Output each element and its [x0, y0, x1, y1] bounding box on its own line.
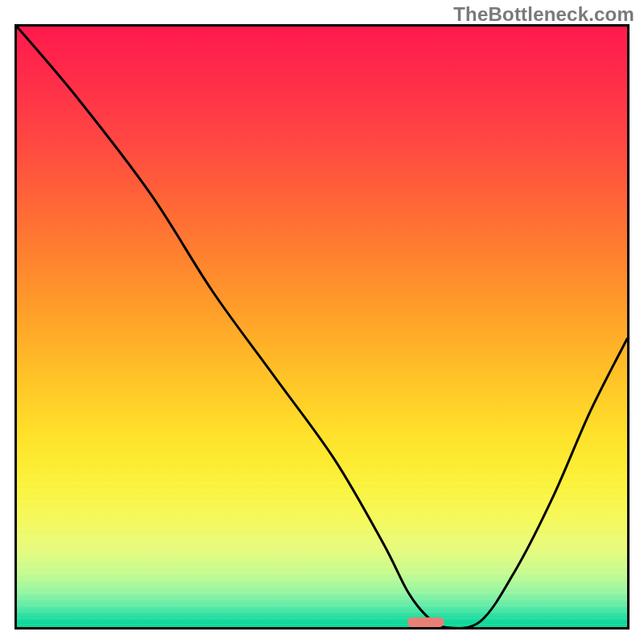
plot-frame — [14, 24, 630, 630]
bottleneck-curve — [17, 27, 627, 627]
chart-stage: TheBottleneck.com — [0, 0, 644, 644]
optimal-range-marker — [407, 617, 444, 627]
watermark-text: TheBottleneck.com — [453, 3, 634, 26]
